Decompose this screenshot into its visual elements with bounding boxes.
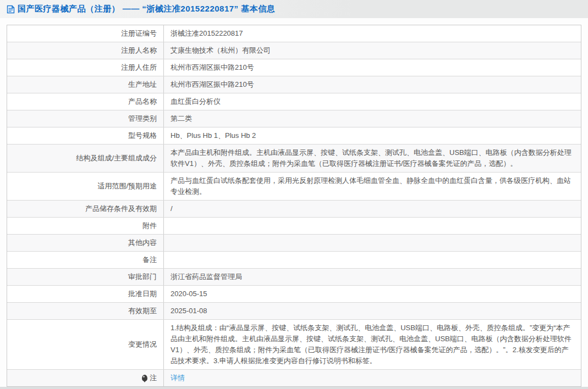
table-row: 注册人名称 艾康生物技术（杭州）有限公司 [7,42,581,59]
page-title: 国产医疗器械产品（注册） —— “浙械注准20152220817” 基本信息 [18,4,275,14]
row-value: Hb、Plus Hb 1、Plus Hb 2 [164,127,581,144]
table-row: 适用范围/预期用途 产品与血红蛋白试纸条配套使用，采用光反射原理检测人体毛细血管… [7,172,581,200]
row-value: 产品与血红蛋白试纸条配套使用，采用光反射原理检测人体毛细血管全血、静脉全血中的血… [164,173,581,200]
row-label: 产品名称 [7,93,164,110]
row-value: 2025-01-08 [164,303,581,319]
row-label: 生产地址 [7,76,164,93]
row-label: 注册证编号 [7,25,164,42]
document-icon [7,5,15,14]
row-label: 注 [7,370,164,386]
row-label: 注册人住所 [7,59,164,76]
row-label: 适用范围/预期用途 [7,173,164,200]
row-value: 艾康生物技术（杭州）有限公司 [164,42,581,59]
row-value: 第二类 [164,110,581,127]
row-value: 浙江省药品监督管理局 [164,269,581,285]
row-label: 型号规格 [7,127,164,144]
table-row: 管理类别 第二类 [7,110,581,127]
page-header: 国产医疗器械产品（注册） —— “浙械注准20152220817” 基本信息 [0,0,588,18]
row-value: 杭州市西湖区振中路210号 [164,59,581,76]
row-label: 注册人名称 [7,42,164,59]
table-row: 结构及组成/主要组成成分 本产品由主机和附件组成。主机由液晶显示屏、按键、试纸条… [7,144,581,172]
table-row: 其他内容 [7,234,581,251]
table-row: 审批部门 浙江省药品监督管理局 [7,268,581,285]
row-value [164,252,581,268]
row-label: 备注 [7,252,164,268]
row-value [164,235,581,251]
detail-link[interactable]: 详情 [171,373,185,384]
row-value: 浙械注准20152220817 [164,25,581,42]
table-row: 型号规格 Hb、Plus Hb 1、Plus Hb 2 [7,127,581,144]
row-value [164,218,581,234]
row-label: 审批部门 [7,269,164,285]
row-value: 血红蛋白分析仪 [164,93,581,110]
balloon-icon [142,375,147,381]
row-value: 详情 [164,370,581,386]
table-row: 注册人住所 杭州市西湖区振中路210号 [7,59,581,76]
row-value: 杭州市西湖区振中路210号 [164,76,581,93]
row-value: / [164,201,581,217]
row-value: 1.结构及组成：由“液晶显示屏、按键、试纸条支架、测试孔、电池盒盖、USB端口、… [164,320,581,369]
table-row-note: 注 详情 [7,369,581,386]
row-label: 变更情况 [7,320,164,369]
table-row: 附件 [7,217,581,234]
row-label: 批准日期 [7,286,164,302]
table-row: 备注 [7,251,581,268]
table-row: 产品名称 血红蛋白分析仪 [7,93,581,110]
row-label: 附件 [7,218,164,234]
table-row: 变更情况 1.结构及组成：由“液晶显示屏、按键、试纸条支架、测试孔、电池盒盖、U… [7,319,581,369]
table-row: 生产地址 杭州市西湖区振中路210号 [7,76,581,93]
row-label: 其他内容 [7,235,164,251]
row-label: 管理类别 [7,110,164,127]
registration-info-table: 注册证编号 浙械注准20152220817 注册人名称 艾康生物技术（杭州）有限… [7,25,581,387]
table-row: 产品储存条件及有效期 / [7,200,581,217]
row-value: 2020-05-15 [164,286,581,302]
table-row: 批准日期 2020-05-15 [7,285,581,302]
content-area: 注册证编号 浙械注准20152220817 注册人名称 艾康生物技术（杭州）有限… [0,18,588,387]
row-value: 本产品由主机和附件组成。主机由液晶显示屏、按键、试纸条支架、测试孔、电池盒盖、U… [164,145,581,172]
row-label: 产品储存条件及有效期 [7,201,164,217]
table-row: 有效期至 2025-01-08 [7,302,581,319]
row-label: 有效期至 [7,303,164,319]
row-label: 结构及组成/主要组成成分 [7,145,164,172]
table-row: 注册证编号 浙械注准20152220817 [7,25,581,42]
